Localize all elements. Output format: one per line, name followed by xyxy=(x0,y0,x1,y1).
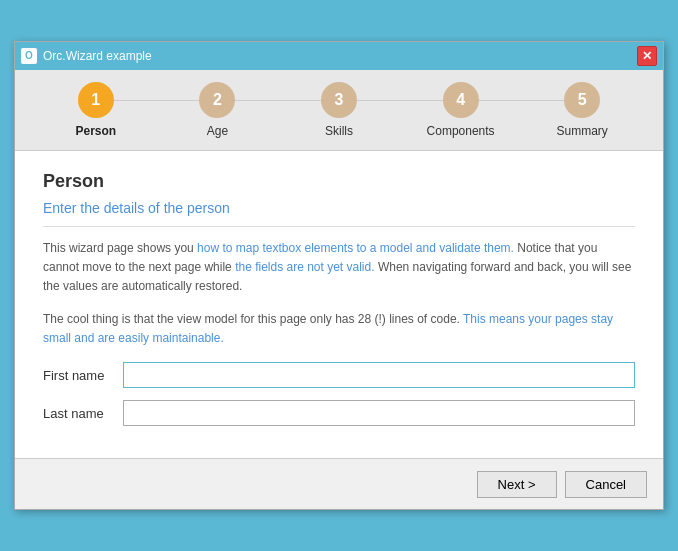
last-name-input[interactable] xyxy=(123,400,635,426)
step-components: 4 Components xyxy=(400,82,522,138)
step-label-2: Age xyxy=(207,124,228,138)
step-skills: 3 Skills xyxy=(278,82,400,138)
footer: Next > Cancel xyxy=(15,459,663,509)
step-summary: 5 Summary xyxy=(521,82,643,138)
description-1: This wizard page shows you how to map te… xyxy=(43,239,635,297)
step-label-1: Person xyxy=(75,124,116,138)
title-bar: O Orc.Wizard example ✕ xyxy=(15,42,663,70)
step-label-3: Skills xyxy=(325,124,353,138)
app-icon: O xyxy=(21,48,37,64)
last-name-label: Last name xyxy=(43,406,123,421)
title-bar-text: O Orc.Wizard example xyxy=(21,48,152,64)
desc1-text: This wizard page shows you how to map te… xyxy=(43,241,631,293)
step-circle-2: 2 xyxy=(199,82,235,118)
step-circle-4: 4 xyxy=(443,82,479,118)
step-circle-1: 1 xyxy=(78,82,114,118)
first-name-row: First name xyxy=(43,362,635,388)
first-name-label: First name xyxy=(43,368,123,383)
step-label-4: Components xyxy=(427,124,495,138)
step-age: 2 Age xyxy=(157,82,279,138)
step-person: 1 Person xyxy=(35,82,157,138)
page-title: Person xyxy=(43,171,635,192)
main-window: O Orc.Wizard example ✕ 1 Person 2 Age 3 … xyxy=(14,41,664,511)
step-circle-3: 3 xyxy=(321,82,357,118)
window-title: Orc.Wizard example xyxy=(43,49,152,63)
step-circle-5: 5 xyxy=(564,82,600,118)
desc2-text: The cool thing is that the view model fo… xyxy=(43,312,613,345)
step-label-5: Summary xyxy=(557,124,608,138)
content-area: Person Enter the details of the person T… xyxy=(15,151,663,460)
close-button[interactable]: ✕ xyxy=(637,46,657,66)
last-name-row: Last name xyxy=(43,400,635,426)
steps-bar: 1 Person 2 Age 3 Skills 4 Components 5 S… xyxy=(15,70,663,151)
next-button[interactable]: Next > xyxy=(477,471,557,498)
cancel-button[interactable]: Cancel xyxy=(565,471,647,498)
description-2: The cool thing is that the view model fo… xyxy=(43,310,635,348)
first-name-input[interactable] xyxy=(123,362,635,388)
page-subtitle: Enter the details of the person xyxy=(43,200,635,227)
